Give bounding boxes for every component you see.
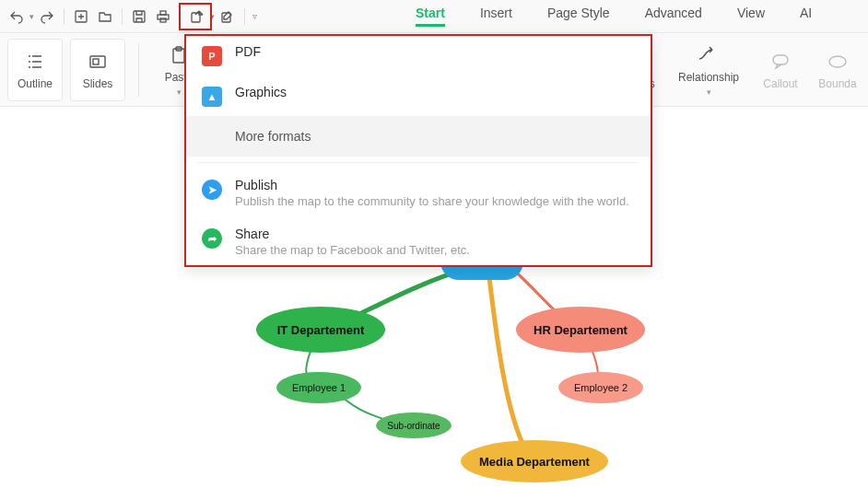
quick-access-toolbar: ▾ ▾ ▿ Start Insert Page Style Advanced V… [0, 0, 868, 33]
export-graphics-label: Graphics [235, 85, 287, 99]
relationship-icon [697, 43, 721, 67]
publish-title: Publish [235, 178, 629, 192]
svg-rect-11 [773, 55, 788, 64]
outline-icon [23, 50, 47, 74]
ribbon-tabs: Start Insert Page Style Advanced View AI [416, 6, 812, 27]
dropdown-arrow-icon[interactable]: ▾ [29, 12, 34, 21]
node-employee-2[interactable]: Employee 2 [558, 372, 643, 403]
node-hr-department[interactable]: HR Departement [516, 307, 645, 353]
node-media-department[interactable]: Media Departement [461, 440, 608, 482]
publish-icon: ➤ [202, 180, 222, 200]
svg-rect-4 [160, 18, 166, 22]
relationship-label: Relationship [678, 71, 739, 84]
tab-view[interactable]: View [737, 6, 765, 27]
redo-button[interactable] [36, 6, 58, 28]
boundary-button[interactable]: Bounda [815, 39, 861, 101]
undo-button[interactable] [6, 6, 28, 28]
export-pdf-label: PDF [235, 44, 261, 59]
node-subordinate[interactable]: Sub-ordinate [376, 412, 452, 438]
customize-qat-icon[interactable]: ▿ [252, 11, 257, 21]
slides-label: Slides [83, 77, 113, 90]
boundary-label: Bounda [818, 77, 856, 90]
share-icon: ➦ [202, 228, 222, 249]
publish-subtitle: Publish the map to the community to shar… [235, 194, 629, 208]
boundary-icon [826, 50, 850, 74]
node-it-department[interactable]: IT Departement [256, 307, 385, 353]
outline-button[interactable]: Outline [7, 39, 63, 101]
export-graphics-item[interactable]: ▲ Graphics [185, 76, 651, 116]
callout-button[interactable]: Callout [754, 39, 807, 101]
export-pdf-item[interactable]: P PDF [185, 35, 651, 76]
svg-rect-1 [134, 11, 145, 22]
export-more-formats-item[interactable]: More formats [185, 116, 651, 157]
pdf-icon: P [202, 46, 222, 66]
export-dropdown: P PDF ▲ Graphics More formats ➤ Publish … [184, 34, 652, 267]
svg-rect-8 [93, 59, 99, 64]
divider [198, 162, 639, 163]
tab-ai[interactable]: AI [800, 6, 812, 27]
slides-icon [86, 50, 110, 74]
graphics-icon: ▲ [202, 87, 222, 107]
outline-label: Outline [18, 77, 53, 90]
publish-item[interactable]: ➤ Publish Publish the map to the communi… [185, 168, 651, 217]
print-button[interactable] [152, 6, 174, 28]
edit-button[interactable] [217, 6, 239, 28]
save-button[interactable] [128, 6, 150, 28]
dropdown-arrow-icon[interactable]: ▾ [210, 12, 215, 21]
callout-icon [768, 50, 792, 74]
tab-page-style[interactable]: Page Style [547, 6, 610, 27]
share-subtitle: Share the map to Facebook and Twitter, e… [235, 243, 470, 257]
node-employee-1[interactable]: Employee 1 [276, 372, 361, 403]
slides-button[interactable]: Slides [70, 39, 125, 101]
export-button[interactable] [186, 6, 208, 28]
share-item[interactable]: ➦ Share Share the map to Facebook and Tw… [185, 217, 651, 266]
more-formats-label: More formats [235, 129, 311, 144]
chevron-down-icon: ▾ [177, 87, 182, 97]
tab-advanced[interactable]: Advanced [645, 6, 702, 27]
relationship-button[interactable]: Relationship ▾ [671, 39, 746, 101]
open-button[interactable] [94, 6, 116, 28]
svg-rect-3 [160, 11, 166, 15]
share-title: Share [235, 227, 470, 241]
tab-start[interactable]: Start [416, 6, 445, 27]
tab-insert[interactable]: Insert [480, 6, 512, 27]
new-button[interactable] [70, 6, 92, 28]
callout-label: Callout [763, 77, 797, 90]
chevron-down-icon: ▾ [707, 87, 711, 97]
